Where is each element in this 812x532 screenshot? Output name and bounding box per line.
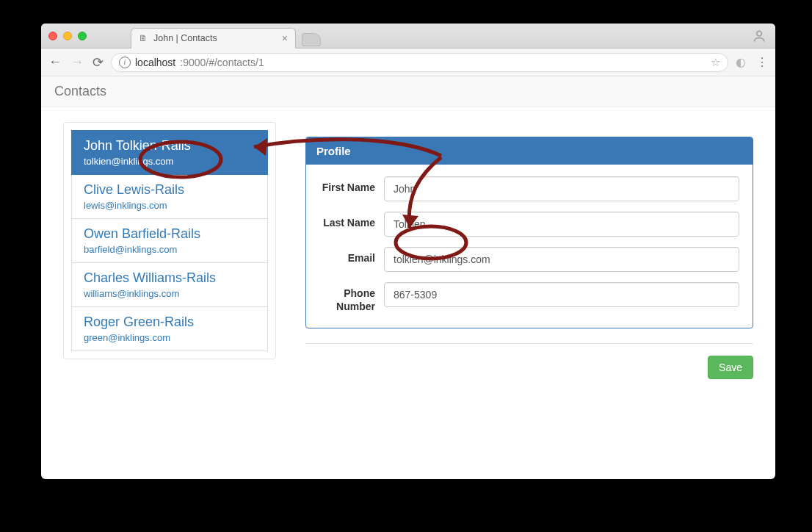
url-host: localhost — [135, 57, 175, 68]
page-body: John Tolkien-Rails tolkien@inklings.com … — [41, 107, 775, 479]
phone-input[interactable] — [384, 282, 739, 307]
url-path: :9000/#/contacts/1 — [180, 57, 264, 68]
reload-button[interactable]: ⟳ — [93, 54, 104, 71]
window-controls — [48, 32, 87, 40]
divider — [305, 343, 753, 344]
contact-item[interactable]: John Tolkien-Rails tolkien@inklings.com — [71, 130, 268, 175]
extension-icon[interactable]: ◐ — [736, 55, 746, 69]
maximize-window-button[interactable] — [78, 32, 87, 40]
contact-email: green@inklings.com — [84, 332, 255, 343]
contact-item[interactable]: Clive Lewis-Rails lewis@inklings.com — [71, 175, 268, 219]
panel-body: First Name Last Name Email Phone Number — [306, 165, 753, 328]
svg-point-0 — [757, 31, 762, 36]
contacts-list: John Tolkien-Rails tolkien@inklings.com … — [63, 122, 276, 359]
page-icon: 🗎 — [139, 33, 148, 43]
contact-email: lewis@inklings.com — [84, 200, 255, 211]
close-tab-icon[interactable]: × — [282, 32, 288, 44]
email-input[interactable] — [384, 247, 739, 272]
last-name-label: Last Name — [319, 212, 384, 230]
contact-name: Owen Barfield-Rails — [84, 226, 255, 242]
site-info-icon[interactable]: i — [119, 57, 131, 68]
address-bar: ← → ⟳ i localhost:9000/#/contacts/1 ☆ ◐ … — [41, 48, 775, 76]
menu-icon[interactable]: ⋮ — [756, 55, 768, 69]
panel-heading: Profile — [306, 137, 753, 165]
contact-email: williams@inklings.com — [84, 288, 255, 299]
phone-label: Phone Number — [319, 282, 384, 313]
contact-email: barfield@inklings.com — [84, 244, 255, 255]
first-name-input[interactable] — [384, 176, 739, 201]
contact-item[interactable]: Charles Williams-Rails williams@inklings… — [71, 263, 268, 307]
forward-button[interactable]: → — [70, 54, 84, 71]
browser-window: 🗎 John | Contacts × ← → ⟳ i localhost:90… — [41, 24, 775, 479]
contact-name: John Tolkien-Rails — [84, 138, 255, 154]
bookmark-star-icon[interactable]: ☆ — [711, 56, 720, 69]
tab-title: John | Contacts — [153, 33, 217, 43]
tab-strip: 🗎 John | Contacts × — [41, 24, 775, 48]
page-title: Contacts — [54, 84, 106, 99]
url-input[interactable]: i localhost:9000/#/contacts/1 ☆ — [111, 53, 728, 72]
contact-name: Roger Green-Rails — [84, 314, 255, 330]
contact-item[interactable]: Owen Barfield-Rails barfield@inklings.co… — [71, 219, 268, 263]
email-label: Email — [319, 247, 384, 265]
contact-name: Clive Lewis-Rails — [84, 182, 255, 198]
save-button[interactable]: Save — [708, 356, 753, 379]
profile-panel: Profile First Name Last Name Email — [305, 137, 753, 328]
back-button[interactable]: ← — [48, 54, 62, 71]
contact-name: Charles Williams-Rails — [84, 270, 255, 286]
profile-avatar-icon[interactable] — [750, 27, 768, 45]
new-tab-button[interactable] — [302, 33, 321, 46]
first-name-label: First Name — [319, 176, 384, 195]
last-name-input[interactable] — [384, 212, 739, 237]
contact-email: tolkien@inklings.com — [84, 156, 255, 167]
page-header: Contacts — [41, 76, 775, 107]
minimize-window-button[interactable] — [63, 32, 72, 40]
contact-item[interactable]: Roger Green-Rails green@inklings.com — [71, 307, 268, 351]
browser-tab[interactable]: 🗎 John | Contacts × — [131, 28, 296, 48]
detail-column: Profile First Name Last Name Email — [305, 122, 753, 379]
close-window-button[interactable] — [48, 32, 57, 40]
